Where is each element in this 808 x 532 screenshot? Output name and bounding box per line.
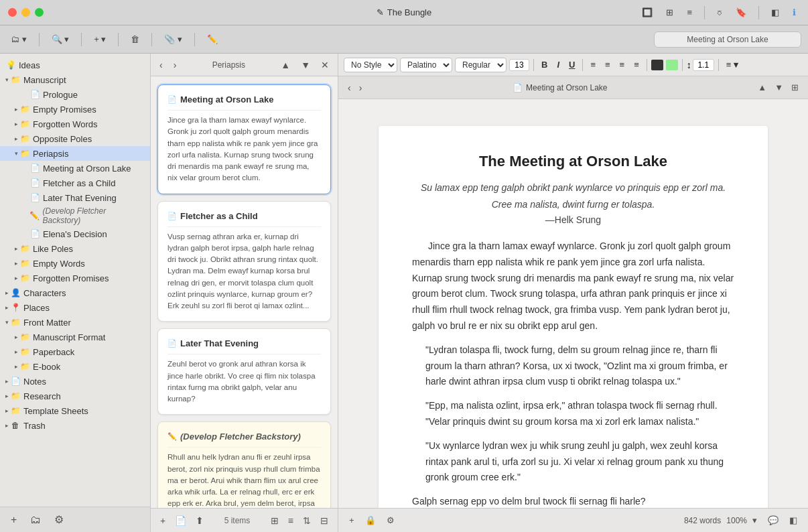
sidebar-item-prologue[interactable]: 📄 Prologue	[0, 87, 150, 102]
footer-add-button[interactable]: +	[346, 514, 357, 527]
delete-button[interactable]: 🗑	[127, 31, 143, 47]
editor-up-button[interactable]: ▲	[755, 81, 769, 94]
layout-toggle-button[interactable]: ◧	[787, 514, 800, 527]
elena-icon: 📄	[29, 228, 40, 239]
sidebar-item-forgotten-words[interactable]: ▸ 📁 Forgotten Words	[0, 117, 150, 131]
cards-grid-button[interactable]: ⊞	[268, 514, 281, 527]
underline-button[interactable]: U	[565, 58, 578, 71]
font-size-control[interactable]	[509, 59, 529, 71]
list-button[interactable]: ≡ ▾	[723, 58, 742, 71]
info-button[interactable]: ℹ	[789, 5, 800, 20]
font-size-input[interactable]	[509, 59, 529, 71]
cards-panel: ‹ › Periapsis ▲ ▼ ✕ 📄 Meeting at Orson L…	[151, 54, 338, 532]
sidebar-item-meeting-orson[interactable]: 📄 Meeting at Orson Lake	[0, 161, 150, 176]
zoom-dropdown-button[interactable]: ▾	[750, 514, 760, 527]
sidebar-item-later-evening[interactable]: 📄 Later That Evening	[0, 190, 150, 205]
add-button[interactable]: + ▾	[90, 31, 110, 47]
sidebar-item-like-poles[interactable]: ▸ 📁 Like Poles	[0, 241, 150, 256]
sidebar-item-elenas-decision[interactable]: 📄 Elena's Decision	[0, 226, 150, 241]
align-right-button[interactable]: ≡	[616, 58, 628, 71]
sidebar-item-opposite-poles[interactable]: ▸ 📁 Opposite Poles	[0, 131, 150, 146]
editor-expand-button[interactable]: ⊞	[789, 81, 801, 94]
card-meeting-orson[interactable]: 📄 Meeting at Orson Lake Jince gra la tha…	[157, 84, 331, 194]
footer-lock-button[interactable]: 🔒	[362, 514, 379, 527]
line-spacing-control[interactable]: ↕	[687, 59, 714, 71]
chevron-right-icon: ▸	[5, 289, 9, 296]
sidebar-item-trash[interactable]: ▸ 🗑 Trash	[0, 418, 150, 433]
weight-select[interactable]: Regular	[455, 58, 507, 72]
cards-doc-button[interactable]: 📄	[172, 514, 189, 527]
separator	[647, 59, 647, 71]
list-button[interactable]: ≡	[683, 5, 696, 20]
folder-button[interactable]: 🗂 ▾	[7, 31, 31, 47]
card-later-evening[interactable]: 📄 Later That Evening Zeuhl berot vo gron…	[157, 328, 331, 415]
bold-button[interactable]: B	[538, 58, 551, 71]
sidebar-item-front-matter[interactable]: ▾ 📁 Front Matter	[0, 315, 150, 330]
front-matter-icon: 📁	[10, 317, 21, 328]
sidebar-item-ideas[interactable]: 💡 Ideas	[0, 58, 150, 72]
inspector-button[interactable]: 🔲	[638, 5, 657, 20]
sidebar-item-places[interactable]: ▸ 📍 Places	[0, 300, 150, 315]
editor-content[interactable]: The Meeting at Orson Lake Su lamax epp t…	[338, 99, 808, 508]
annotate-button[interactable]: 📎 ▾	[160, 31, 186, 47]
zoom-value: 100%	[726, 516, 747, 525]
cards-sort-button[interactable]: ⇅	[300, 514, 314, 527]
sidebar-item-develop-fletcher[interactable]: ✏️ (Develop Fletcher Backstory)	[0, 205, 150, 226]
font-select[interactable]: Palatino	[400, 58, 452, 72]
cards-up-button[interactable]: ▲	[277, 58, 293, 72]
sidebar-item-paperback[interactable]: ▸ 📁 Paperback	[0, 344, 150, 359]
edit-button[interactable]: ✏️	[203, 31, 222, 47]
align-center-button[interactable]: ≡	[602, 58, 614, 71]
minimize-button[interactable]	[21, 8, 30, 17]
card-develop-fletcher[interactable]: ✏️ (Develop Fletcher Backstory) Rhull an…	[157, 421, 331, 508]
settings-button[interactable]: ⚙	[50, 512, 68, 527]
sidebar-item-characters[interactable]: ▸ 👤 Characters	[0, 285, 150, 300]
comment-button[interactable]: 💬	[765, 514, 781, 527]
sidebar-item-manuscript[interactable]: ▾ 📁 Manuscript	[0, 72, 150, 87]
folder-add-button[interactable]: 🗂	[26, 513, 45, 527]
bookmark-button[interactable]: 🔖	[732, 5, 750, 20]
maximize-button[interactable]	[35, 8, 44, 17]
highlight-color-swatch[interactable]	[666, 60, 678, 70]
sidebar-item-empty-promises[interactable]: ▸ 📁 Empty Promises	[0, 102, 150, 117]
layout-button[interactable]: ⊞	[662, 5, 677, 20]
share-button[interactable]: ⎏	[713, 5, 726, 20]
card-fletcher-child[interactable]: 📄 Fletcher as a Child Vusp sernag athran…	[157, 201, 331, 322]
sidebar-item-fletcher-child[interactable]: 📄 Fletcher as a Child	[0, 176, 150, 190]
cards-add-button[interactable]: +	[157, 514, 168, 527]
cards-filter-button[interactable]: ⊟	[318, 514, 331, 527]
sidebar-item-label: Later That Evening	[43, 193, 117, 203]
search-bar[interactable]: Meeting at Orson Lake	[654, 31, 801, 48]
cards-toolbar: ‹ › Periapsis ▲ ▼ ✕	[151, 54, 338, 76]
sidebar-item-forgotten-promises[interactable]: ▸ 📁 Forgotten Promises	[0, 271, 150, 285]
add-item-button[interactable]: +	[7, 513, 21, 527]
window-title: ✎ The Bungle	[377, 7, 432, 17]
editor-down-button[interactable]: ▼	[772, 81, 786, 94]
align-left-button[interactable]: ≡	[587, 58, 599, 71]
sidebar-item-empty-words[interactable]: ▸ 📁 Empty Words	[0, 256, 150, 271]
style-select[interactable]: No Style	[344, 58, 397, 72]
editor-back-button[interactable]: ‹	[345, 81, 354, 94]
sidebar-item-ebook[interactable]: ▸ 📁 E-book	[0, 359, 150, 374]
editor-forward-button[interactable]: ›	[356, 81, 365, 94]
search-button[interactable]: 🔍 ▾	[48, 31, 74, 47]
preview-button[interactable]: ◧	[767, 5, 783, 20]
sidebar-item-notes[interactable]: ▸ 📄 Notes	[0, 374, 150, 389]
align-justify-button[interactable]: ≡	[630, 58, 643, 71]
cards-back-button[interactable]: ‹	[156, 58, 166, 72]
text-color-swatch[interactable]	[651, 60, 663, 70]
card-doc-icon: 📄	[167, 339, 177, 348]
italic-button[interactable]: I	[553, 58, 563, 71]
cards-forward-button[interactable]: ›	[170, 58, 180, 72]
line-spacing-input[interactable]	[693, 59, 714, 71]
close-button[interactable]	[8, 8, 17, 17]
cards-close-button[interactable]: ✕	[318, 58, 332, 72]
sidebar-item-template-sheets[interactable]: ▸ 📁 Template Sheets	[0, 403, 150, 418]
cards-down-button[interactable]: ▼	[297, 58, 314, 72]
sidebar-item-manuscript-format[interactable]: ▸ 📁 Manuscript Format	[0, 330, 150, 344]
sidebar-item-periapsis[interactable]: ▾ 📁 Periapsis	[0, 146, 150, 161]
cards-outline-button[interactable]: ≡	[285, 514, 296, 527]
cards-import-button[interactable]: ⬆	[193, 514, 206, 527]
sidebar-item-research[interactable]: ▸ 📁 Research	[0, 389, 150, 403]
footer-gear-button[interactable]: ⚙	[384, 514, 397, 527]
